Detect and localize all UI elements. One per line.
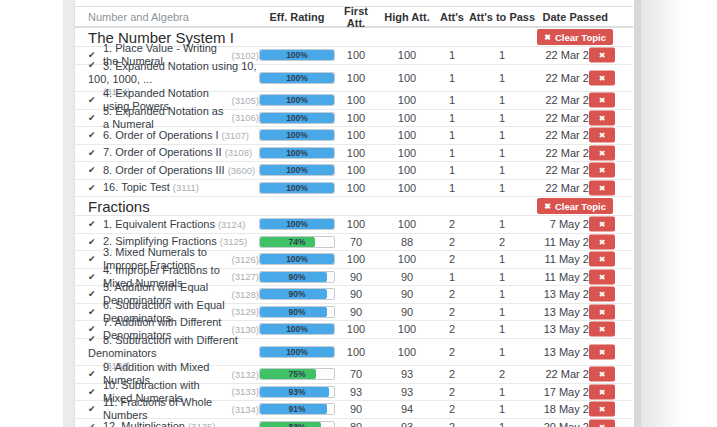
progress-label: 100%	[260, 183, 334, 194]
rating-cell: 100%	[259, 49, 335, 61]
clear-activity-button[interactable]: ✖	[589, 287, 615, 302]
atts-cell: 2	[437, 323, 467, 335]
date-passed-cell: 22 Mar 20	[537, 112, 633, 124]
atts-cell: 2	[437, 346, 467, 358]
atts-to-pass-cell: 1	[467, 253, 537, 265]
atts-cell: 2	[437, 386, 467, 398]
high-att-cell: 100	[377, 147, 437, 159]
progress-bar: 91%	[259, 403, 335, 415]
results-table: Number and Algebra Eff. Rating First Att…	[75, 0, 633, 427]
progress-bar: 83%	[259, 421, 335, 427]
progress-label: 83%	[260, 422, 334, 427]
high-att-cell: 90	[377, 288, 437, 300]
rating-cell: 100%	[259, 323, 335, 335]
clear-topic-button[interactable]: ✖Clear Topic	[537, 29, 613, 45]
high-att-cell: 100	[377, 49, 437, 61]
progress-label: 90%	[260, 289, 334, 300]
rating-cell: 90%	[259, 288, 335, 300]
topic-name[interactable]: 7. Order of Operations II	[103, 146, 222, 159]
vertical-scrollbar[interactable]	[634, 0, 641, 427]
clear-activity-button[interactable]: ✖	[589, 269, 615, 284]
table-row: ✔7. Order of Operations II(3108)100%1001…	[75, 145, 633, 163]
rating-cell: 100%	[259, 112, 335, 124]
rating-cell: 100%	[259, 72, 335, 84]
atts-to-pass-cell: 1	[467, 129, 537, 141]
atts-cell: 1	[437, 182, 467, 194]
clear-activity-button[interactable]: ✖	[589, 128, 615, 143]
column-header-atts: Att's	[437, 11, 467, 23]
clear-activity-button[interactable]: ✖	[589, 402, 615, 417]
high-att-cell: 93	[377, 421, 437, 427]
topic-cell: ✔6. Order of Operations I(3107)	[75, 129, 259, 142]
clear-activity-button[interactable]: ✖	[589, 344, 615, 359]
first-att-cell: 90	[335, 288, 377, 300]
table-row: ✔8. Order of Operations III(3600)100%100…	[75, 162, 633, 180]
topic-name[interactable]: 12. Multiplication	[103, 420, 185, 427]
clear-activity-button[interactable]: ✖	[589, 304, 615, 319]
clear-activity-button[interactable]: ✖	[589, 252, 615, 267]
progress-bar: 74%	[259, 236, 335, 248]
clear-topic-label: Clear Topic	[555, 32, 606, 43]
clear-activity-button[interactable]: ✖	[589, 163, 615, 178]
topic-name[interactable]: 8. Order of Operations III	[103, 164, 225, 177]
high-att-cell: 100	[377, 182, 437, 194]
first-att-cell: 90	[335, 403, 377, 415]
progress-bar: 100%	[259, 112, 335, 124]
rating-cell: 93%	[259, 386, 335, 398]
clear-activity-button[interactable]: ✖	[589, 180, 615, 195]
rating-cell: 83%	[259, 421, 335, 427]
clear-activity-button[interactable]: ✖	[589, 217, 615, 232]
clear-activity-button[interactable]: ✖	[589, 70, 615, 85]
clear-activity-button[interactable]: ✖	[589, 367, 615, 382]
column-header-date-passed: Date Passed	[537, 11, 633, 23]
first-att-cell: 100	[335, 218, 377, 230]
progress-bar: 100%	[259, 253, 335, 265]
table-row: ✔16. Topic Test(3111)100%1001001122 Mar …	[75, 180, 633, 198]
atts-to-pass-cell: 1	[467, 182, 537, 194]
first-att-cell: 80	[335, 421, 377, 427]
progress-bar: 100%	[259, 129, 335, 141]
high-att-cell: 100	[377, 94, 437, 106]
progress-label: 100%	[260, 254, 334, 265]
clear-topic-button[interactable]: ✖Clear Topic	[537, 198, 613, 214]
check-icon: ✔	[88, 148, 103, 158]
check-icon: ✔	[88, 183, 103, 193]
clear-activity-button[interactable]: ✖	[589, 110, 615, 125]
clear-activity-button[interactable]: ✖	[589, 93, 615, 108]
first-att-cell: 100	[335, 253, 377, 265]
progress-label: 100%	[260, 219, 334, 230]
topic-name[interactable]: 1. Equivalent Fractions	[103, 218, 215, 231]
date-passed-cell: 22 Mar 20	[537, 182, 633, 194]
topic-name[interactable]: 8. Subtraction with Different Denominato…	[88, 334, 238, 359]
clear-icon: ✖	[599, 370, 606, 379]
clear-activity-button[interactable]: ✖	[589, 322, 615, 337]
topic-cell: ✔1. Equivalent Fractions(3124)	[75, 218, 259, 231]
progress-label: 91%	[260, 404, 334, 415]
clear-activity-button[interactable]: ✖	[589, 145, 615, 160]
clear-activity-button[interactable]: ✖	[589, 419, 615, 427]
first-att-cell: 100	[335, 164, 377, 176]
check-icon: ✔	[88, 422, 103, 427]
topic-cell: ✔8. Order of Operations III(3600)	[75, 164, 259, 177]
clear-activity-button[interactable]: ✖	[589, 384, 615, 399]
topic-name[interactable]: 3. Expanded Notation using 10, 100, 1000…	[88, 60, 257, 85]
date-passed-cell: 13 May 20	[537, 306, 633, 318]
high-att-cell: 100	[377, 323, 437, 335]
topic-id: (3107)	[222, 130, 249, 141]
first-att-cell: 100	[335, 346, 377, 358]
topic-name[interactable]: 6. Order of Operations I	[103, 129, 219, 142]
table-header-row: Number and Algebra Eff. Rating First Att…	[75, 6, 633, 28]
clear-activity-button[interactable]: ✖	[589, 234, 615, 249]
date-passed-cell: 13 May 20	[537, 346, 633, 358]
progress-label: 100%	[260, 95, 334, 106]
atts-to-pass-cell: 1	[467, 288, 537, 300]
date-passed-cell: 22 Mar 20	[537, 94, 633, 106]
clear-icon: ✖	[599, 422, 606, 427]
atts-to-pass-cell: 2	[467, 236, 537, 248]
topic-name[interactable]: 16. Topic Test	[103, 181, 170, 194]
topic-cell: ✔7. Order of Operations II(3108)	[75, 146, 259, 159]
clear-activity-button[interactable]: ✖	[589, 48, 615, 63]
progress-bar: 90%	[259, 306, 335, 318]
column-header-subject: Number and Algebra	[75, 11, 259, 23]
atts-to-pass-cell: 1	[467, 72, 537, 84]
